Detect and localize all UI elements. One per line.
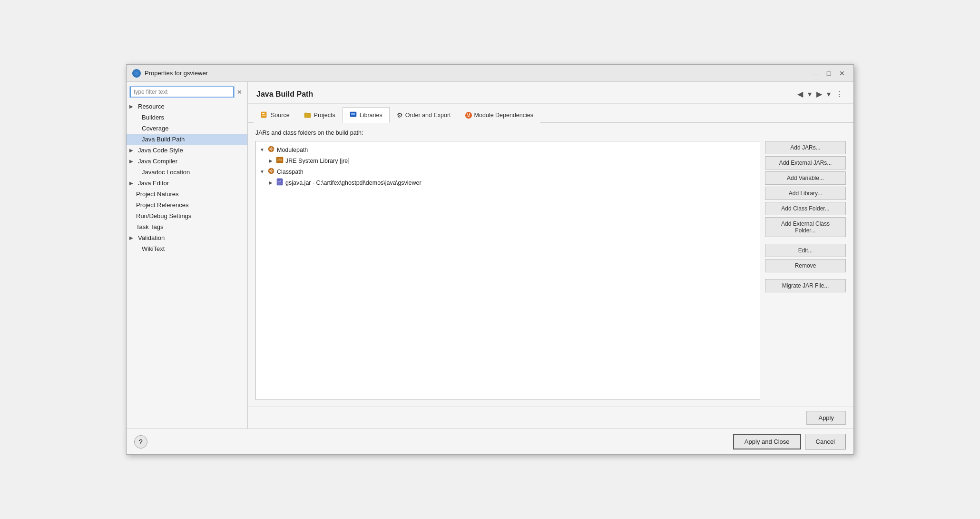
tree-row-gsjava-jar[interactable]: ▶ JAR gsjava.jar - C:\artifex xyxy=(266,177,758,188)
filter-row: ✕ xyxy=(127,85,247,101)
maximize-button[interactable]: □ xyxy=(823,69,834,78)
add-jars-button[interactable]: Add JARs... xyxy=(765,141,846,154)
tree-panel[interactable]: ▼ Modulepath xyxy=(255,141,760,400)
svg-text:JRE: JRE xyxy=(277,158,282,161)
svg-rect-20 xyxy=(277,184,280,184)
sidebar-item-javadoc-location[interactable]: Javadoc Location xyxy=(127,167,247,178)
projects-tab-icon xyxy=(304,111,312,120)
tree-row-modulepath[interactable]: ▼ Modulepath xyxy=(258,144,758,155)
title-bar-buttons: — □ ✕ xyxy=(810,69,848,78)
apply-bar: Apply xyxy=(248,407,853,429)
sidebar-item-label: Java Editor xyxy=(138,180,169,187)
libraries-tab-icon xyxy=(350,110,357,120)
sidebar-item-java-build-path[interactable]: Java Build Path xyxy=(127,134,247,145)
tree-row-jre-system-library[interactable]: ▶ JRE JRE System Library [jre] xyxy=(266,155,758,166)
sidebar-item-java-compiler[interactable]: ▶ Java Compiler xyxy=(127,156,247,167)
tab-libraries[interactable]: Libraries xyxy=(343,107,390,123)
chevron-right-icon: ▶ xyxy=(129,235,135,240)
sidebar-item-run-debug-settings[interactable]: Run/Debug Settings xyxy=(127,210,247,221)
svg-rect-6 xyxy=(351,114,355,115)
tab-content-area: JARs and class folders on the build path… xyxy=(248,123,853,407)
sidebar-item-coverage[interactable]: Coverage xyxy=(127,123,247,134)
sidebar-item-label: Task Tags xyxy=(136,223,164,230)
svg-point-10 xyxy=(270,148,272,150)
tree-and-buttons: ▼ Modulepath xyxy=(255,141,846,400)
source-tab-icon xyxy=(261,111,268,120)
properties-dialog: Properties for gsviewer — □ ✕ ✕ ▶ Resour… xyxy=(126,64,854,455)
modulepath-icon xyxy=(267,145,275,154)
chevron-right-icon: ▶ xyxy=(129,148,135,153)
modulepath-label: Modulepath xyxy=(277,147,308,153)
side-buttons: Add JARs... Add External JARs... Add Var… xyxy=(760,141,846,400)
tab-module-dependencies-label: Module Dependencies xyxy=(474,112,533,119)
svg-point-16 xyxy=(270,170,272,172)
tab-projects-label: Projects xyxy=(314,112,335,119)
tab-source-label: Source xyxy=(271,112,290,119)
minimize-button[interactable]: — xyxy=(810,69,821,78)
tab-source[interactable]: Source xyxy=(254,107,297,123)
chevron-right-icon: ▶ xyxy=(129,159,135,164)
tree-row-classpath[interactable]: ▼ Classpath xyxy=(258,166,758,177)
tab-order-export[interactable]: ⚙ Order and Export xyxy=(390,107,458,123)
add-external-jars-button[interactable]: Add External JARs... xyxy=(765,156,846,170)
filter-clear-button[interactable]: ✕ xyxy=(235,88,244,96)
sidebar-item-validation[interactable]: ▶ Validation xyxy=(127,232,247,243)
sidebar-item-project-natures[interactable]: Project Natures xyxy=(127,189,247,200)
sidebar-item-label: Javadoc Location xyxy=(142,169,190,176)
remove-button[interactable]: Remove xyxy=(765,259,846,272)
sidebar-item-java-code-style[interactable]: ▶ Java Code Style xyxy=(127,145,247,156)
forward-dropdown-button[interactable]: ▾ xyxy=(825,89,833,100)
svg-rect-2 xyxy=(262,115,265,116)
sidebar-item-label: Java Compiler xyxy=(138,158,177,165)
chevron-down-icon: ▼ xyxy=(259,147,265,152)
sidebar-item-label: Builders xyxy=(142,114,164,121)
apply-and-close-button[interactable]: Apply and Close xyxy=(733,434,801,449)
svg-rect-5 xyxy=(351,113,355,114)
gsjava-jar-label: gsjava.jar - C:\artifex\ghostpdl\demos\j… xyxy=(285,180,421,186)
sidebar-item-builders[interactable]: Builders xyxy=(127,112,247,123)
sidebar-item-label: Java Build Path xyxy=(142,136,185,143)
footer-right: Apply and Close Cancel xyxy=(733,434,846,449)
edit-button[interactable]: Edit... xyxy=(765,244,846,257)
tab-libraries-label: Libraries xyxy=(360,112,382,119)
svg-rect-3 xyxy=(304,113,311,118)
sidebar-item-label: Java Code Style xyxy=(138,147,183,154)
sidebar-item-wikitext[interactable]: WikiText xyxy=(127,243,247,254)
add-class-folder-button[interactable]: Add Class Folder... xyxy=(765,202,846,215)
sidebar-item-label: Run/Debug Settings xyxy=(136,212,191,220)
tabs-row: Source Projects Libraries ⚙ Order an xyxy=(248,104,853,123)
chevron-right-icon: ▶ xyxy=(129,180,135,186)
filter-input[interactable] xyxy=(130,87,234,97)
sidebar-item-task-tags[interactable]: Task Tags xyxy=(127,221,247,232)
classpath-icon xyxy=(267,167,275,176)
back-dropdown-button[interactable]: ▾ xyxy=(806,89,813,100)
sidebar-item-label: Validation xyxy=(138,234,165,241)
tab-module-dependencies[interactable]: M Module Dependencies xyxy=(458,107,540,123)
tab-projects[interactable]: Projects xyxy=(297,107,343,123)
order-export-tab-icon: ⚙ xyxy=(397,111,403,119)
sidebar-item-resource[interactable]: ▶ Resource xyxy=(127,101,247,112)
add-variable-button[interactable]: Add Variable... xyxy=(765,171,846,185)
help-button[interactable]: ? xyxy=(134,435,147,449)
back-button[interactable]: ◀ xyxy=(795,89,805,100)
app-icon xyxy=(132,69,141,78)
chevron-down-icon: ▼ xyxy=(259,169,265,174)
add-external-class-folder-button[interactable]: Add External Class Folder... xyxy=(765,217,846,237)
apply-button[interactable]: Apply xyxy=(806,411,846,425)
button-spacer xyxy=(765,239,846,242)
tab-order-export-label: Order and Export xyxy=(405,112,451,119)
title-bar: Properties for gsviewer — □ ✕ xyxy=(127,65,853,82)
chevron-right-icon: ▶ xyxy=(267,158,274,163)
classpath-label: Classpath xyxy=(277,169,304,175)
forward-button[interactable]: ▶ xyxy=(814,89,824,100)
chevron-right-icon: ▶ xyxy=(129,104,135,109)
menu-button[interactable]: ⋮ xyxy=(833,89,845,100)
jar-icon: JAR xyxy=(275,178,284,187)
migrate-jar-button[interactable]: Migrate JAR File... xyxy=(765,279,846,292)
sidebar-item-java-editor[interactable]: ▶ Java Editor xyxy=(127,178,247,189)
close-button[interactable]: ✕ xyxy=(836,69,848,78)
cancel-button[interactable]: Cancel xyxy=(805,434,846,449)
window-title: Properties for gsviewer xyxy=(145,70,208,77)
sidebar-item-project-references[interactable]: Project References xyxy=(127,200,247,210)
add-library-button[interactable]: Add Library... xyxy=(765,187,846,200)
